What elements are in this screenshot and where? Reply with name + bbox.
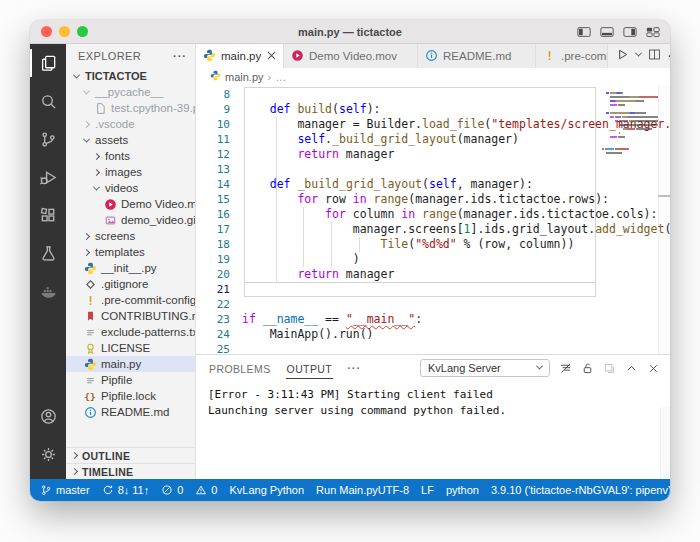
- run-python-file-button[interactable]: [616, 47, 629, 65]
- unlock-scroll-icon[interactable]: [581, 362, 594, 375]
- tab-readme-md[interactable]: README.md: [418, 44, 536, 68]
- line-number: 8: [196, 87, 242, 102]
- status-eol[interactable]: LF: [421, 484, 434, 496]
- customize-layout-icon[interactable]: [646, 26, 660, 38]
- tab-label: .pre-commit-: [561, 50, 608, 62]
- title-bar: main.py — tictactoe: [30, 20, 670, 44]
- status-encoding[interactable]: UTF-8: [378, 484, 409, 496]
- tree-item-test-cpython-39-pyc[interactable]: test.cpython-39.pyc: [66, 100, 195, 116]
- tree-item-assets[interactable]: assets: [66, 132, 195, 148]
- tree-item-init-py[interactable]: __init__.py: [66, 260, 195, 276]
- info-icon: [425, 49, 438, 64]
- activity-bar: [30, 44, 66, 479]
- tab-pre-commit[interactable]: .pre-commit-: [536, 44, 608, 68]
- tree-item-tictactoe[interactable]: TICTACTOE: [66, 68, 195, 84]
- tree-item-demo-video-mov[interactable]: Demo Video.mov: [66, 196, 195, 212]
- run-debug-icon[interactable]: [30, 158, 66, 196]
- maximize-panel-icon[interactable]: [625, 362, 638, 375]
- line-number: 16: [196, 207, 242, 222]
- minimap[interactable]: [602, 88, 658, 174]
- tree-item-main-py[interactable]: main.py: [66, 356, 195, 372]
- tree-item-exclude-patterns-txt[interactable]: exclude-patterns.txt: [66, 324, 195, 340]
- status-text: 0: [177, 484, 183, 496]
- explorer-icon[interactable]: [30, 44, 66, 82]
- code-line-14: 14 def _build_grid_layout(self, manager)…: [196, 177, 670, 192]
- tree-item-pre-commit-config[interactable]: .pre-commit-config....: [66, 292, 195, 308]
- tree-item-readme-md[interactable]: README.md: [66, 404, 195, 420]
- tree-item-templates[interactable]: templates: [66, 244, 195, 260]
- editor-more-actions-icon[interactable]: ···: [668, 50, 670, 62]
- run-dropdown-chevron-icon[interactable]: [635, 50, 642, 57]
- tree-item-images[interactable]: images: [66, 164, 195, 180]
- clear-output-icon[interactable]: [559, 362, 572, 375]
- status-text: 8↓ 11↑: [118, 484, 150, 496]
- explorer-header-label: EXPLORER: [78, 50, 141, 62]
- extensions-icon[interactable]: [30, 196, 66, 234]
- python-file-icon: [210, 70, 221, 83]
- explorer-more-actions-icon[interactable]: ···: [173, 50, 187, 62]
- tab-output[interactable]: OUTPUT: [286, 358, 334, 379]
- tree-item-pipfile-lock[interactable]: {}Pipfile.lock: [66, 388, 195, 404]
- breadcrumb-file[interactable]: main.py: [225, 71, 264, 83]
- open-in-editor-icon[interactable]: [603, 362, 616, 375]
- line-number: 24: [196, 327, 242, 342]
- source-control-icon[interactable]: [30, 120, 66, 158]
- panel-scrollbar[interactable]: [660, 407, 670, 479]
- editor-group: main.pyDemo Video.movREADME.md.pre-commi…: [196, 44, 670, 479]
- tree-item-label: __init__.py: [101, 262, 157, 274]
- line-number: 17: [196, 222, 242, 237]
- output-console[interactable]: [Error - 3:11:43 PM] Starting client fai…: [196, 381, 670, 479]
- settings-gear-icon[interactable]: [30, 435, 66, 473]
- toggle-panel-icon[interactable]: [600, 26, 614, 38]
- output-channel-select[interactable]: KvLang Server: [420, 359, 550, 377]
- tree-item-vscode[interactable]: .vscode: [66, 116, 195, 132]
- tree-item-fonts[interactable]: fonts: [66, 148, 195, 164]
- sidebar-section-outline[interactable]: OUTLINE: [66, 447, 195, 463]
- tab-problems[interactable]: PROBLEMS: [208, 358, 272, 378]
- tab-main-py[interactable]: main.py: [196, 44, 284, 68]
- status-sync[interactable]: 8↓ 11↑: [102, 484, 150, 496]
- tree-item-pycache[interactable]: __pycache__: [66, 84, 195, 100]
- close-tab-icon[interactable]: [267, 50, 276, 62]
- tree-item-pipfile[interactable]: Pipfile: [66, 372, 195, 388]
- tree-item-videos[interactable]: videos: [66, 180, 195, 196]
- line-number: 12: [196, 147, 242, 162]
- panel-more-actions-icon[interactable]: ···: [347, 362, 361, 374]
- testing-icon[interactable]: [30, 234, 66, 272]
- code-line-18: 18 Tile("%d%d" % (row, column)): [196, 237, 670, 252]
- tree-item-license[interactable]: LICENSE: [66, 340, 195, 356]
- status-errors[interactable]: 0: [161, 484, 183, 496]
- python-icon: [203, 49, 216, 64]
- breadcrumb[interactable]: main.py › …: [196, 68, 670, 85]
- tree-item-label: demo_video.gif: [121, 214, 195, 226]
- split-editor-icon[interactable]: [648, 47, 661, 65]
- search-icon[interactable]: [30, 82, 66, 120]
- status-language[interactable]: python: [446, 484, 479, 496]
- sidebar-section-timeline[interactable]: TIMELINE: [66, 463, 195, 479]
- tree-item-gitignore[interactable]: .gitignore: [66, 276, 195, 292]
- status-branch[interactable]: master: [40, 484, 90, 496]
- tree-item-label: screens: [95, 230, 135, 242]
- breadcrumb-symbol[interactable]: …: [275, 71, 286, 83]
- tree-item-contributing-md[interactable]: CONTRIBUTING.md: [66, 308, 195, 324]
- account-icon[interactable]: [30, 397, 66, 435]
- docker-icon[interactable]: [30, 272, 66, 310]
- code-line-16: 16 for column in range(manager.ids.ticta…: [196, 207, 670, 222]
- tree-item-label: __pycache__: [95, 86, 163, 98]
- status-run-main[interactable]: Run Main.py: [316, 484, 378, 496]
- tree-item-demo-video-gif[interactable]: demo_video.gif: [66, 212, 195, 228]
- outline-label: OUTLINE: [82, 450, 130, 462]
- tab-demo-video-mov[interactable]: Demo Video.mov: [284, 44, 418, 68]
- line-number: 21: [196, 282, 242, 297]
- status-interpreter[interactable]: 3.9.10 ('tictactoe-rNbGVAL9': pipenv): [491, 484, 670, 496]
- tree-item-label: CONTRIBUTING.md: [101, 310, 195, 322]
- status-warnings[interactable]: 0: [195, 484, 217, 496]
- excl-icon: [543, 49, 556, 64]
- status-kvlang[interactable]: KvLang Python: [229, 484, 304, 496]
- close-panel-icon[interactable]: [647, 362, 660, 375]
- scrollbar-slider[interactable]: [658, 195, 670, 197]
- toggle-sidebar-right-icon[interactable]: [623, 26, 637, 38]
- toggle-sidebar-left-icon[interactable]: [577, 26, 591, 38]
- code-editor[interactable]: 89 def build(self):10 manager = Builder.…: [196, 85, 670, 354]
- tree-item-screens[interactable]: screens: [66, 228, 195, 244]
